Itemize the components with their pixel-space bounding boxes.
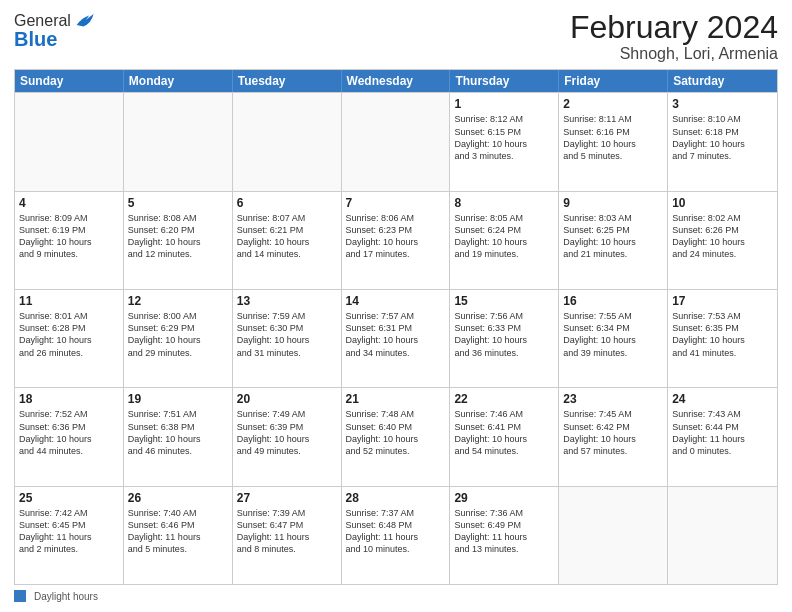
cell-info: Sunrise: 7:55 AM Sunset: 6:34 PM Dayligh… xyxy=(563,310,663,359)
calendar-cell: 8Sunrise: 8:05 AM Sunset: 6:24 PM Daylig… xyxy=(450,192,559,289)
legend: Daylight hours xyxy=(14,590,778,602)
day-number: 8 xyxy=(454,195,554,211)
day-number: 2 xyxy=(563,96,663,112)
cell-info: Sunrise: 7:37 AM Sunset: 6:48 PM Dayligh… xyxy=(346,507,446,556)
calendar-cell xyxy=(668,487,777,584)
cell-info: Sunrise: 7:56 AM Sunset: 6:33 PM Dayligh… xyxy=(454,310,554,359)
calendar-cell: 20Sunrise: 7:49 AM Sunset: 6:39 PM Dayli… xyxy=(233,388,342,485)
cell-info: Sunrise: 8:01 AM Sunset: 6:28 PM Dayligh… xyxy=(19,310,119,359)
calendar-body: 1Sunrise: 8:12 AM Sunset: 6:15 PM Daylig… xyxy=(15,92,777,584)
legend-label: Daylight hours xyxy=(34,591,98,602)
calendar-cell: 6Sunrise: 8:07 AM Sunset: 6:21 PM Daylig… xyxy=(233,192,342,289)
calendar-day-header: Wednesday xyxy=(342,70,451,92)
calendar-day-header: Friday xyxy=(559,70,668,92)
calendar-cell: 4Sunrise: 8:09 AM Sunset: 6:19 PM Daylig… xyxy=(15,192,124,289)
calendar-cell: 3Sunrise: 8:10 AM Sunset: 6:18 PM Daylig… xyxy=(668,93,777,190)
calendar-cell: 7Sunrise: 8:06 AM Sunset: 6:23 PM Daylig… xyxy=(342,192,451,289)
day-number: 28 xyxy=(346,490,446,506)
cell-info: Sunrise: 7:51 AM Sunset: 6:38 PM Dayligh… xyxy=(128,408,228,457)
calendar-cell: 23Sunrise: 7:45 AM Sunset: 6:42 PM Dayli… xyxy=(559,388,668,485)
day-number: 29 xyxy=(454,490,554,506)
day-number: 3 xyxy=(672,96,773,112)
calendar-day-header: Tuesday xyxy=(233,70,342,92)
calendar-cell: 21Sunrise: 7:48 AM Sunset: 6:40 PM Dayli… xyxy=(342,388,451,485)
cell-info: Sunrise: 7:52 AM Sunset: 6:36 PM Dayligh… xyxy=(19,408,119,457)
calendar-cell: 19Sunrise: 7:51 AM Sunset: 6:38 PM Dayli… xyxy=(124,388,233,485)
day-number: 7 xyxy=(346,195,446,211)
cell-info: Sunrise: 7:36 AM Sunset: 6:49 PM Dayligh… xyxy=(454,507,554,556)
header: General Blue February 2024 Shnogh, Lori,… xyxy=(14,10,778,63)
calendar-cell: 5Sunrise: 8:08 AM Sunset: 6:20 PM Daylig… xyxy=(124,192,233,289)
day-number: 24 xyxy=(672,391,773,407)
calendar: SundayMondayTuesdayWednesdayThursdayFrid… xyxy=(14,69,778,585)
cell-info: Sunrise: 8:03 AM Sunset: 6:25 PM Dayligh… xyxy=(563,212,663,261)
cell-info: Sunrise: 8:02 AM Sunset: 6:26 PM Dayligh… xyxy=(672,212,773,261)
cell-info: Sunrise: 8:12 AM Sunset: 6:15 PM Dayligh… xyxy=(454,113,554,162)
calendar-cell: 24Sunrise: 7:43 AM Sunset: 6:44 PM Dayli… xyxy=(668,388,777,485)
cell-info: Sunrise: 7:57 AM Sunset: 6:31 PM Dayligh… xyxy=(346,310,446,359)
title-block: February 2024 Shnogh, Lori, Armenia xyxy=(570,10,778,63)
calendar-row: 1Sunrise: 8:12 AM Sunset: 6:15 PM Daylig… xyxy=(15,92,777,190)
calendar-cell: 2Sunrise: 8:11 AM Sunset: 6:16 PM Daylig… xyxy=(559,93,668,190)
calendar-cell xyxy=(342,93,451,190)
cell-info: Sunrise: 8:08 AM Sunset: 6:20 PM Dayligh… xyxy=(128,212,228,261)
cell-info: Sunrise: 8:05 AM Sunset: 6:24 PM Dayligh… xyxy=(454,212,554,261)
day-number: 13 xyxy=(237,293,337,309)
calendar-cell: 13Sunrise: 7:59 AM Sunset: 6:30 PM Dayli… xyxy=(233,290,342,387)
calendar-cell: 15Sunrise: 7:56 AM Sunset: 6:33 PM Dayli… xyxy=(450,290,559,387)
calendar-cell: 29Sunrise: 7:36 AM Sunset: 6:49 PM Dayli… xyxy=(450,487,559,584)
cell-info: Sunrise: 8:00 AM Sunset: 6:29 PM Dayligh… xyxy=(128,310,228,359)
calendar-cell: 11Sunrise: 8:01 AM Sunset: 6:28 PM Dayli… xyxy=(15,290,124,387)
calendar-row: 18Sunrise: 7:52 AM Sunset: 6:36 PM Dayli… xyxy=(15,387,777,485)
day-number: 21 xyxy=(346,391,446,407)
calendar-cell xyxy=(233,93,342,190)
calendar-row: 4Sunrise: 8:09 AM Sunset: 6:19 PM Daylig… xyxy=(15,191,777,289)
page: General Blue February 2024 Shnogh, Lori,… xyxy=(0,0,792,612)
calendar-cell: 14Sunrise: 7:57 AM Sunset: 6:31 PM Dayli… xyxy=(342,290,451,387)
calendar-cell: 12Sunrise: 8:00 AM Sunset: 6:29 PM Dayli… xyxy=(124,290,233,387)
cell-info: Sunrise: 7:48 AM Sunset: 6:40 PM Dayligh… xyxy=(346,408,446,457)
calendar-cell: 26Sunrise: 7:40 AM Sunset: 6:46 PM Dayli… xyxy=(124,487,233,584)
calendar-day-header: Thursday xyxy=(450,70,559,92)
day-number: 19 xyxy=(128,391,228,407)
cell-info: Sunrise: 7:45 AM Sunset: 6:42 PM Dayligh… xyxy=(563,408,663,457)
day-number: 4 xyxy=(19,195,119,211)
calendar-day-header: Sunday xyxy=(15,70,124,92)
cell-info: Sunrise: 7:59 AM Sunset: 6:30 PM Dayligh… xyxy=(237,310,337,359)
day-number: 9 xyxy=(563,195,663,211)
day-number: 15 xyxy=(454,293,554,309)
cell-info: Sunrise: 7:42 AM Sunset: 6:45 PM Dayligh… xyxy=(19,507,119,556)
calendar-day-header: Saturday xyxy=(668,70,777,92)
cell-info: Sunrise: 7:53 AM Sunset: 6:35 PM Dayligh… xyxy=(672,310,773,359)
legend-box xyxy=(14,590,26,602)
day-number: 12 xyxy=(128,293,228,309)
cell-info: Sunrise: 8:11 AM Sunset: 6:16 PM Dayligh… xyxy=(563,113,663,162)
day-number: 18 xyxy=(19,391,119,407)
cell-info: Sunrise: 7:39 AM Sunset: 6:47 PM Dayligh… xyxy=(237,507,337,556)
calendar-cell: 18Sunrise: 7:52 AM Sunset: 6:36 PM Dayli… xyxy=(15,388,124,485)
cell-info: Sunrise: 8:06 AM Sunset: 6:23 PM Dayligh… xyxy=(346,212,446,261)
day-number: 20 xyxy=(237,391,337,407)
cell-info: Sunrise: 8:07 AM Sunset: 6:21 PM Dayligh… xyxy=(237,212,337,261)
day-number: 16 xyxy=(563,293,663,309)
calendar-cell: 28Sunrise: 7:37 AM Sunset: 6:48 PM Dayli… xyxy=(342,487,451,584)
day-number: 23 xyxy=(563,391,663,407)
day-number: 17 xyxy=(672,293,773,309)
logo-bird-icon xyxy=(73,10,95,32)
day-number: 10 xyxy=(672,195,773,211)
calendar-cell: 10Sunrise: 8:02 AM Sunset: 6:26 PM Dayli… xyxy=(668,192,777,289)
calendar-cell xyxy=(15,93,124,190)
cell-info: Sunrise: 7:46 AM Sunset: 6:41 PM Dayligh… xyxy=(454,408,554,457)
day-number: 27 xyxy=(237,490,337,506)
cell-info: Sunrise: 8:09 AM Sunset: 6:19 PM Dayligh… xyxy=(19,212,119,261)
logo: General Blue xyxy=(14,10,95,51)
calendar-cell: 9Sunrise: 8:03 AM Sunset: 6:25 PM Daylig… xyxy=(559,192,668,289)
calendar-cell: 17Sunrise: 7:53 AM Sunset: 6:35 PM Dayli… xyxy=(668,290,777,387)
calendar-cell xyxy=(559,487,668,584)
day-number: 25 xyxy=(19,490,119,506)
cell-info: Sunrise: 7:43 AM Sunset: 6:44 PM Dayligh… xyxy=(672,408,773,457)
cell-info: Sunrise: 7:40 AM Sunset: 6:46 PM Dayligh… xyxy=(128,507,228,556)
calendar-cell: 16Sunrise: 7:55 AM Sunset: 6:34 PM Dayli… xyxy=(559,290,668,387)
calendar-cell xyxy=(124,93,233,190)
subtitle: Shnogh, Lori, Armenia xyxy=(570,45,778,63)
